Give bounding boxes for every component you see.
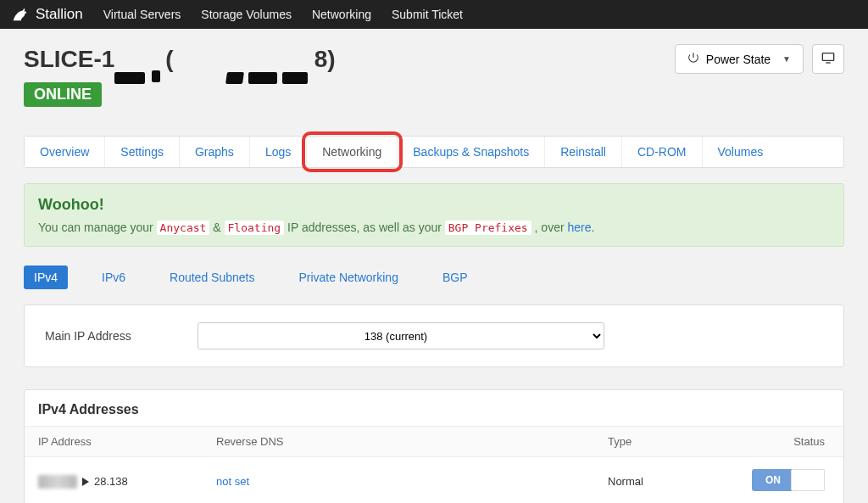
- tab-volumes[interactable]: Volumes: [703, 137, 779, 167]
- status-badge: ONLINE: [24, 82, 102, 107]
- power-icon: [687, 52, 699, 66]
- chevron-down-icon: ▼: [782, 54, 791, 64]
- main-ip-select[interactable]: 138 (current): [198, 322, 604, 349]
- alert-body: You can manage your Anycast & Floating I…: [38, 221, 830, 234]
- alert-heading: Woohoo!: [38, 196, 830, 214]
- horse-icon: [10, 5, 29, 24]
- td-type: Normal: [594, 457, 738, 504]
- brand[interactable]: Stallion: [10, 5, 83, 24]
- nav-submit-ticket[interactable]: Submit Ticket: [392, 8, 463, 21]
- alert-text: You can manage your: [38, 221, 157, 234]
- ipv4-table-title: IPv4 Addresses: [25, 390, 843, 426]
- ip-redacted: [38, 475, 77, 489]
- title-suffix: 8): [314, 46, 336, 73]
- code-bgp-prefixes: BGP Prefixes: [445, 221, 531, 235]
- subtab-private-networking[interactable]: Private Networking: [288, 265, 409, 289]
- play-icon: [82, 478, 89, 486]
- tab-settings[interactable]: Settings: [105, 137, 180, 167]
- subtab-bgp[interactable]: BGP: [432, 265, 478, 289]
- alert-text: , over: [535, 221, 568, 234]
- alert-text: IP addresses, as well as your: [287, 221, 445, 234]
- page-title: SLICE-1 ( 8): [24, 46, 336, 73]
- td-rdns: not set: [203, 457, 594, 504]
- th-ip: IP Address: [25, 427, 203, 457]
- title-actions: Power State ▼: [675, 44, 844, 74]
- table-row: 28.138 not set Normal ON: [25, 457, 843, 504]
- code-floating: Floating: [225, 221, 285, 235]
- subtab-ipv6[interactable]: IPv6: [92, 265, 136, 289]
- tab-logs[interactable]: Logs: [250, 137, 307, 167]
- ip-suffix: 28.138: [94, 475, 128, 488]
- toggle-knob: [791, 469, 825, 491]
- title-paren: (: [165, 46, 173, 73]
- th-status: Status: [738, 427, 843, 457]
- toggle-label: ON: [765, 474, 781, 486]
- alert-here-link[interactable]: here: [567, 221, 591, 234]
- ipv4-table-panel: IPv4 Addresses IP Address Reverse DNS Ty…: [24, 389, 844, 503]
- code-anycast: Anycast: [157, 221, 210, 235]
- main-ip-label: Main IP Address: [45, 329, 164, 343]
- top-nav: Stallion Virtual Servers Storage Volumes…: [0, 0, 868, 29]
- td-status: ON: [738, 457, 843, 504]
- alert-text: .: [592, 221, 595, 234]
- power-state-label: Power State: [706, 53, 771, 66]
- console-button[interactable]: [812, 44, 844, 74]
- tab-overview[interactable]: Overview: [25, 137, 105, 167]
- brand-name: Stallion: [36, 6, 83, 23]
- monitor-icon: [821, 52, 835, 66]
- tab-networking[interactable]: Networking: [307, 137, 398, 167]
- tab-graphs[interactable]: Graphs: [180, 137, 250, 167]
- nav-virtual-servers[interactable]: Virtual Servers: [103, 8, 181, 21]
- title-prefix: SLICE-1: [24, 46, 114, 73]
- power-state-button[interactable]: Power State ▼: [675, 44, 804, 74]
- rdns-link[interactable]: not set: [216, 475, 249, 488]
- th-rdns: Reverse DNS: [203, 427, 594, 457]
- tab-cdrom[interactable]: CD-ROM: [622, 137, 703, 167]
- nav-storage-volumes[interactable]: Storage Volumes: [201, 8, 292, 21]
- ipv4-table: IP Address Reverse DNS Type Status 28.13…: [25, 426, 843, 503]
- subtab-routed-subnets[interactable]: Routed Subnets: [159, 265, 264, 289]
- th-type: Type: [594, 427, 738, 457]
- td-ip: 28.138: [25, 457, 203, 504]
- title-bar: SLICE-1 ( 8) Power State ▼: [24, 44, 844, 74]
- detail-tabs: Overview Settings Graphs Logs Networking…: [24, 136, 844, 168]
- status-toggle[interactable]: ON: [752, 469, 825, 491]
- svg-rect-0: [822, 53, 833, 61]
- alert-text: &: [213, 221, 224, 234]
- nav-networking[interactable]: Networking: [312, 8, 371, 21]
- subtab-ipv4[interactable]: IPv4: [24, 265, 68, 289]
- main-ip-panel: Main IP Address 138 (current): [24, 305, 844, 367]
- info-alert: Woohoo! You can manage your Anycast & Fl…: [24, 183, 844, 247]
- tab-reinstall[interactable]: Reinstall: [545, 137, 622, 167]
- networking-subtabs: IPv4 IPv6 Routed Subnets Private Network…: [24, 265, 844, 289]
- tab-backups[interactable]: Backups & Snapshots: [398, 137, 545, 167]
